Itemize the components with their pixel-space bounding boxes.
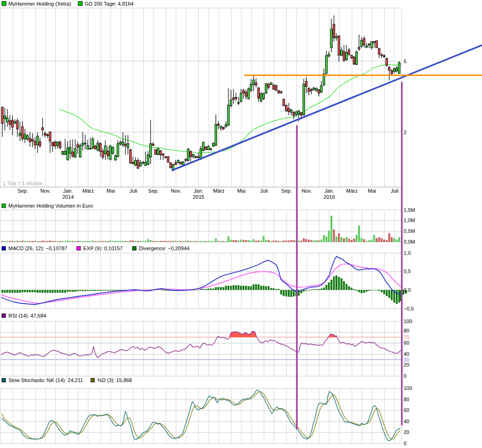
svg-text:20: 20	[404, 362, 409, 368]
svg-text:0,5M: 0,5M	[404, 228, 415, 234]
svg-text:−0,5: −0,5	[404, 306, 414, 311]
svg-text:0: 0	[404, 373, 407, 379]
svg-text:0,0M: 0,0M	[404, 239, 415, 245]
svg-text:Slow Stochastic %K (14): 24,21: Slow Stochastic %K (14): 24,211	[8, 377, 83, 383]
svg-text:40: 40	[404, 351, 409, 357]
svg-text:2: 2	[404, 130, 407, 135]
svg-text:2016: 2016	[323, 194, 335, 200]
svg-text:März: März	[82, 188, 94, 194]
svg-text:Nov.: Nov.	[171, 188, 181, 194]
svg-text:MyHammer Holding (Xetra): MyHammer Holding (Xetra)	[8, 1, 71, 7]
svg-text:Jan.: Jan.	[63, 188, 73, 194]
svg-text:1,0M: 1,0M	[404, 217, 415, 223]
svg-text:60: 60	[404, 407, 409, 413]
svg-text:Sep.: Sep.	[148, 188, 159, 194]
svg-text:0,5: 0,5	[404, 268, 411, 274]
svg-text:März: März	[346, 188, 358, 194]
svg-text:80: 80	[404, 328, 409, 333]
svg-text:0,0: 0,0	[404, 287, 411, 293]
svg-text:2014: 2014	[62, 194, 73, 200]
svg-text:EXP (9): 0,10157: EXP (9): 0,10157	[83, 246, 123, 251]
svg-text:Sep.: Sep.	[281, 188, 292, 194]
svg-text:Nov.: Nov.	[40, 188, 51, 194]
svg-text:MyHammer Holding Volumen in Eu: MyHammer Holding Volumen in Euro	[8, 203, 93, 209]
svg-text:%D (3): 15,868: %D (3): 15,868	[97, 377, 132, 383]
svg-text:März: März	[213, 188, 224, 194]
svg-text:MACD (26, 12): −0,10787: MACD (26, 12): −0,10787	[8, 246, 67, 251]
svg-text:Juli: Juli	[260, 188, 268, 194]
svg-text:1,0: 1,0	[404, 250, 411, 256]
svg-text:Jan.: Jan.	[324, 188, 334, 194]
svg-text:100: 100	[404, 385, 412, 391]
svg-text:100: 100	[404, 318, 412, 324]
svg-text:5: 5	[404, 58, 407, 64]
svg-text:GD 200 Tage: 4,8164: GD 200 Tage: 4,8164	[85, 1, 133, 7]
svg-text:1 Tick = 1 Woche: 1 Tick = 1 Woche	[3, 181, 42, 186]
svg-text:Jan.: Jan.	[194, 188, 204, 194]
svg-text:80: 80	[404, 397, 409, 402]
svg-text:Juli: Juli	[391, 188, 399, 194]
svg-text:Mai: Mai	[368, 188, 376, 194]
svg-text:2015: 2015	[193, 194, 204, 200]
svg-text:Mai: Mai	[237, 188, 246, 194]
svg-text:Divergence: −0,20944: Divergence: −0,20944	[139, 246, 190, 251]
svg-text:70: 70	[404, 334, 409, 340]
svg-text:30: 30	[404, 357, 409, 362]
svg-text:1,5M: 1,5M	[404, 207, 415, 213]
svg-text:Sep.: Sep.	[17, 188, 28, 194]
svg-text:Mai: Mai	[107, 188, 115, 194]
svg-text:40: 40	[404, 419, 409, 424]
svg-text:20: 20	[404, 429, 409, 435]
svg-text:Nov.: Nov.	[301, 188, 312, 194]
svg-text:0: 0	[404, 441, 407, 446]
svg-text:RSI (14): 47,684: RSI (14): 47,684	[8, 313, 46, 318]
svg-text:Juli: Juli	[130, 188, 138, 194]
svg-text:60: 60	[404, 340, 409, 346]
